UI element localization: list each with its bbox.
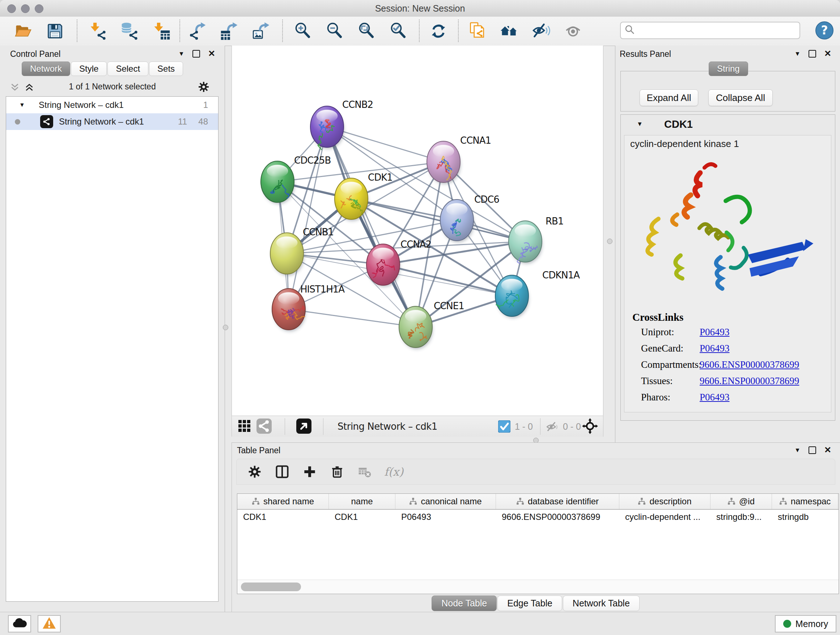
zoom-in-button[interactable]: [293, 21, 313, 41]
selected-nodes-checkbox-icon[interactable]: [498, 420, 510, 434]
tab-style[interactable]: Style: [71, 62, 107, 76]
table-panel: Table Panel ▼ ✕ f(x) shared n: [232, 442, 840, 612]
table-settings-gear-icon[interactable]: [247, 464, 263, 480]
toolbar-separator: [458, 19, 459, 42]
splitter-handle[interactable]: [223, 325, 228, 330]
tab-network-table[interactable]: Network Table: [563, 595, 639, 611]
splitter-handle[interactable]: [607, 239, 613, 244]
tab-edge-table[interactable]: Edge Table: [497, 595, 562, 611]
panel-float-icon[interactable]: [808, 447, 816, 454]
tab-sets[interactable]: Sets: [149, 62, 183, 76]
network-tree: ▼ String Network – cdk1 1 String Network…: [6, 96, 218, 602]
crosslink-link[interactable]: P06493: [699, 326, 729, 338]
toolbar-group: [13, 21, 65, 41]
panel-close-icon[interactable]: ✕: [208, 49, 215, 58]
add-column-icon[interactable]: [302, 464, 317, 480]
crosslink-link[interactable]: P06493: [699, 343, 729, 354]
table-row[interactable]: CDK1CDK1P064939606.ENSP00000378699cyclin…: [237, 510, 838, 524]
delete-table-icon[interactable]: [357, 464, 373, 480]
network-node-ccnb2[interactable]: CCNB2: [310, 99, 373, 150]
collapse-all-button[interactable]: Collapse All: [708, 89, 773, 106]
network-row[interactable]: String Network – cdk1 11 48: [6, 113, 218, 130]
export-image-button[interactable]: [251, 21, 271, 41]
column-header-namespac[interactable]: namespac: [772, 494, 838, 509]
warnings-button[interactable]: [38, 615, 61, 632]
crosslink-link[interactable]: P06493: [699, 392, 729, 403]
tab-select[interactable]: Select: [107, 62, 148, 76]
string-app-button[interactable]: [467, 21, 488, 41]
search-input[interactable]: [638, 25, 796, 36]
fit-selected-crosshair-icon[interactable]: [582, 418, 598, 435]
crosslink-link[interactable]: 9606.ENSP00000378699: [699, 359, 799, 371]
network-collection-row[interactable]: ▼ String Network – cdk1 1: [6, 97, 218, 113]
node-label-ccna2: CCNA2: [401, 239, 431, 250]
hide-selected-button[interactable]: [531, 21, 551, 41]
network-node-hist1h1a[interactable]: HIST1H1A: [272, 284, 345, 331]
tab-string[interactable]: String: [709, 62, 748, 76]
memory-button[interactable]: Memory: [775, 615, 836, 632]
refresh-network-button[interactable]: [428, 21, 448, 41]
node-table: shared namenamecanonical namedatabase id…: [237, 494, 839, 594]
tab-node-table[interactable]: Node Table: [431, 595, 497, 611]
column-header-name[interactable]: name: [329, 494, 395, 509]
column-header-shared-name[interactable]: shared name: [237, 494, 329, 509]
network-canvas[interactable]: CCNB2CCNA1CDC25BCDK1CDC6RB1CCNB1CCNA2CDK…: [232, 46, 603, 416]
scrollbar-thumb[interactable]: [241, 583, 301, 591]
delete-column-icon[interactable]: [329, 464, 345, 480]
network-node-ccna2[interactable]: CCNA2: [366, 239, 431, 287]
column-header-database-identifier[interactable]: database identifier: [496, 494, 619, 509]
open-session-button[interactable]: [13, 21, 33, 41]
network-node-cdc6[interactable]: CDC6: [440, 194, 499, 242]
panel-minimize-icon[interactable]: ▼: [794, 447, 801, 453]
search-box[interactable]: [620, 22, 800, 39]
control-panel-title: Control Panel: [10, 49, 60, 59]
tab-network[interactable]: Network: [22, 62, 70, 76]
panel-minimize-icon[interactable]: ▼: [178, 51, 185, 57]
birdseye-view-icon[interactable]: [296, 418, 311, 435]
results-panel-title: Results Panel: [620, 49, 671, 59]
panel-close-icon[interactable]: ✕: [824, 49, 831, 58]
entry-expand-arrow-icon[interactable]: ▼: [637, 120, 643, 128]
zoom-out-button[interactable]: [325, 21, 345, 41]
function-builder-icon[interactable]: f(x): [384, 465, 403, 478]
node-label-ccne1: CCNE1: [434, 301, 464, 311]
help-button[interactable]: ?: [815, 21, 834, 40]
table-horizontal-scrollbar[interactable]: [237, 580, 838, 594]
entry-gene-name: CDK1: [664, 119, 693, 130]
import-table-button[interactable]: [151, 21, 172, 41]
show-columns-icon[interactable]: [274, 464, 290, 480]
toolbar-separator: [285, 418, 285, 435]
zoom-selected-button[interactable]: [388, 21, 409, 41]
panel-float-icon[interactable]: [808, 50, 816, 57]
zoom-fit-button[interactable]: [357, 21, 377, 41]
crosslink-row: Uniprot:P06493: [641, 326, 829, 338]
panel-minimize-icon[interactable]: ▼: [794, 51, 801, 57]
main-toolbar: ?: [0, 17, 840, 46]
column-header--id[interactable]: @id: [711, 494, 772, 509]
network-share-icon[interactable]: [256, 418, 272, 435]
expand-all-button[interactable]: Expand All: [639, 89, 698, 106]
save-session-button[interactable]: [45, 21, 65, 41]
network-node-cdkn1a[interactable]: CDKN1A: [495, 270, 580, 318]
collection-expand-arrow-icon[interactable]: ▼: [19, 102, 25, 108]
show-hidden-button[interactable]: [563, 21, 583, 41]
search-icon: [624, 24, 635, 36]
export-table-button[interactable]: [219, 21, 240, 41]
panel-float-icon[interactable]: [193, 50, 200, 57]
network-overview-button[interactable]: [499, 21, 519, 41]
network-options-gear-icon[interactable]: [197, 81, 210, 95]
network-node-ccne1[interactable]: CCNE1: [399, 301, 464, 349]
panel-close-icon[interactable]: ✕: [824, 446, 831, 454]
crosslink-link[interactable]: 9606.ENSP00000378699: [699, 375, 799, 386]
cloud-status-button[interactable]: [8, 615, 31, 632]
column-header-canonical-name[interactable]: canonical name: [395, 494, 496, 509]
export-network-button[interactable]: [187, 21, 208, 41]
entry-header[interactable]: ▼ CDK1: [621, 115, 835, 134]
grid-view-icon[interactable]: [238, 419, 251, 434]
hidden-eye-icon[interactable]: [546, 420, 559, 435]
import-network-button[interactable]: [88, 21, 108, 41]
network-node-rb1[interactable]: RB1: [508, 216, 563, 264]
import-database-button[interactable]: [119, 21, 140, 41]
column-header-description[interactable]: description: [619, 494, 711, 509]
hidden-counter: 0 - 0: [563, 421, 581, 432]
